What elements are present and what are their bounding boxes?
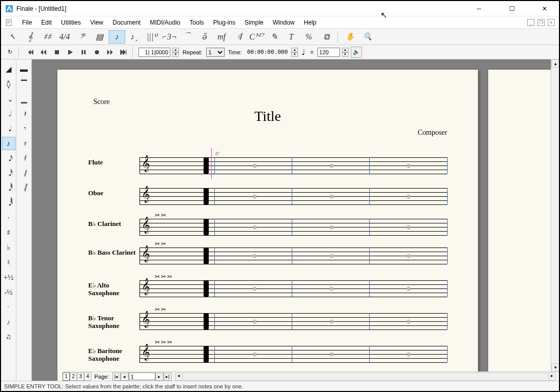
resize-tool[interactable]: %: [301, 30, 317, 44]
dot-tool[interactable]: ·: [2, 211, 15, 224]
time-down-button[interactable]: ▼: [291, 52, 298, 57]
onetwentyeighth-note-tool[interactable]: 𝅘𝅥𝅲: [2, 196, 15, 210]
trill-marking[interactable]: tr: [215, 149, 220, 157]
forward-button[interactable]: [105, 47, 116, 58]
half-note-tool[interactable]: 𝅗𝅥: [2, 107, 15, 120]
time-up-button[interactable]: ▲: [291, 48, 298, 52]
lyrics-tool[interactable]: ✎: [266, 30, 282, 44]
vertical-scrollbar[interactable]: ▴ ▾: [551, 59, 559, 372]
key-sig-tool[interactable]: ♯♯: [39, 30, 55, 44]
counter-down-button[interactable]: ▼: [172, 52, 179, 57]
horizontal-scrollbar[interactable]: ◂ ▸: [175, 373, 556, 381]
layout-tab-2[interactable]: 2: [70, 373, 77, 381]
time-sig-tool[interactable]: 4/4: [56, 30, 73, 44]
whole-rest-tool[interactable]: ▔: [17, 77, 31, 91]
menu-help[interactable]: Help: [299, 17, 321, 28]
clef-tool[interactable]: 𝄢: [74, 30, 90, 44]
hyperscribe-tool[interactable]: |||⁰: [144, 30, 160, 44]
half-rest-tool[interactable]: ▁: [17, 92, 31, 106]
hand-grabber-tool[interactable]: ✋: [342, 30, 358, 44]
note-cluster[interactable]: [204, 188, 209, 204]
tuplet-tool[interactable]: ⌐3¬: [161, 30, 177, 44]
score-canvas[interactable]: Score Title Composer Flute𝄞⊕⊕⊕trOboe𝄞⊕⊕⊕…: [32, 59, 559, 381]
hscroll-left-button[interactable]: ◂: [175, 373, 183, 380]
sharp-tool[interactable]: ♯: [2, 226, 15, 239]
menu-document[interactable]: Document: [108, 17, 146, 28]
sixtyfourth-rest-tool[interactable]: 𝅁: [17, 167, 31, 180]
onetwentyeighth-rest-tool[interactable]: 𝅂: [17, 181, 31, 195]
sixteenth-rest-tool[interactable]: 𝄿: [17, 137, 31, 150]
next-page-button[interactable]: ▸: [155, 373, 164, 381]
sixteenth-note-tool[interactable]: 𝅘𝅥𝅯: [2, 152, 15, 165]
expression-tool[interactable]: mf: [213, 30, 230, 44]
page-number-input[interactable]: [129, 373, 155, 380]
rewind-start-button[interactable]: [25, 47, 36, 58]
measure-tool[interactable]: ▤: [91, 30, 108, 44]
forward-end-button[interactable]: [118, 47, 129, 58]
note-cluster[interactable]: [204, 157, 209, 174]
menu-utilities[interactable]: Utilities: [56, 17, 86, 28]
pause-button[interactable]: [78, 47, 89, 58]
note-cluster[interactable]: [204, 313, 209, 329]
flat-tool[interactable]: ♭: [2, 241, 15, 254]
layout-tab-1[interactable]: 1: [63, 373, 70, 381]
double-whole-tool[interactable]: ◊̄: [2, 77, 15, 91]
tempo-down-button[interactable]: ▼: [342, 52, 349, 57]
eighth-rest-tool[interactable]: 𝄾: [17, 122, 31, 135]
menu-file[interactable]: File: [17, 17, 36, 28]
staff-oboe[interactable]: Oboe𝄞⊕⊕⊕: [88, 185, 447, 216]
staff-b--clarinet[interactable]: B♭ Clarinet𝄞✂✂⊕⊕⊕: [88, 216, 447, 244]
mdi-restore-button[interactable]: ❐: [537, 19, 545, 26]
score-header-label[interactable]: Score: [93, 98, 110, 106]
prev-page-button[interactable]: ◂: [121, 373, 129, 381]
close-button[interactable]: ✕: [534, 2, 555, 16]
menu-tools[interactable]: Tools: [185, 17, 209, 28]
layout-tab-3[interactable]: 3: [77, 373, 84, 381]
natural-tool[interactable]: ♮: [2, 256, 15, 269]
zoom-tool[interactable]: 🔍: [359, 30, 375, 44]
note-cluster[interactable]: [204, 247, 209, 264]
play-button[interactable]: [65, 47, 76, 58]
tie-tool[interactable]: 𝆣: [2, 300, 15, 314]
first-page-button[interactable]: |◂: [112, 373, 121, 381]
score-page-2[interactable]: Fl.Ob.Cl.B. ClA. SaT. SaB. Sa: [488, 70, 559, 381]
last-page-button[interactable]: ▸|: [164, 373, 172, 381]
score-page-1[interactable]: Score Title Composer Flute𝄞⊕⊕⊕trOboe𝄞⊕⊕⊕…: [57, 70, 478, 381]
simple-entry-tool[interactable]: ♪: [109, 30, 125, 44]
half-sharp-tool[interactable]: +½: [2, 271, 15, 284]
whole-note-tool[interactable]: 𝅝: [2, 92, 15, 106]
half-flat-tool[interactable]: -½: [2, 285, 15, 299]
speedy-entry-tool[interactable]: ♪ˏ: [126, 30, 143, 44]
mdi-minimize-button[interactable]: _: [527, 19, 534, 26]
page-layout-tool[interactable]: ⧉: [318, 30, 334, 44]
audio-speaker-button[interactable]: 🔈: [351, 47, 362, 58]
menu-edit[interactable]: Edit: [36, 17, 56, 28]
text-tool[interactable]: T: [283, 30, 299, 44]
tempo-input[interactable]: [317, 48, 340, 57]
measure-counter-input[interactable]: [138, 48, 170, 57]
breve-rest-tool[interactable]: ▬: [17, 63, 31, 76]
mdi-close-button[interactable]: ×: [548, 19, 555, 26]
layout-tab-4[interactable]: 4: [84, 373, 91, 381]
staff-tool[interactable]: 𝄞: [22, 30, 38, 44]
hscroll-right-button[interactable]: ▸: [548, 373, 555, 380]
eraser-tool[interactable]: ◢: [2, 63, 15, 76]
staff-b--bass-clarinet[interactable]: B♭ Bass Clarinet𝄞✂✂⊕⊕⊕: [88, 244, 447, 277]
grace-note-tool[interactable]: 𝆔: [2, 315, 15, 328]
eighth-note-tool[interactable]: ♪: [2, 137, 15, 150]
score-title[interactable]: Title: [57, 108, 478, 125]
stop-button[interactable]: [51, 47, 63, 58]
selection-tool[interactable]: ↖: [4, 30, 21, 44]
menu-plugins[interactable]: Plug-ins: [209, 17, 240, 28]
staff-e--alto-saxophone[interactable]: E♭ Alto Saxophone𝄞✂✂✂⊕⊕⊕: [88, 277, 447, 310]
staff-flute[interactable]: Flute𝄞⊕⊕⊕tr: [88, 154, 447, 185]
menu-simple[interactable]: Simple: [240, 17, 268, 28]
playback-settings-button[interactable]: ↻: [4, 47, 15, 58]
maximize-button[interactable]: ☐: [502, 2, 522, 16]
repeat-tool[interactable]: 𝄇: [231, 30, 247, 44]
tempo-up-button[interactable]: ▲: [342, 48, 349, 52]
menu-window[interactable]: Window: [268, 17, 299, 28]
thirtysecond-rest-tool[interactable]: 𝅀: [17, 152, 31, 165]
menu-view[interactable]: View: [86, 17, 108, 28]
score-composer[interactable]: Composer: [417, 129, 447, 137]
